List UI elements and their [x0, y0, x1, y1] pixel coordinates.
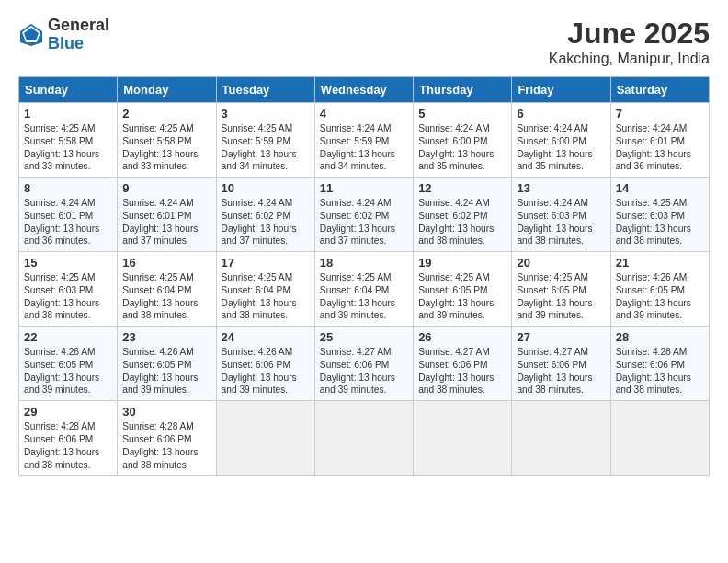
- logo-blue-text: Blue: [48, 35, 109, 53]
- header-friday: Friday: [512, 77, 610, 103]
- calendar-cell: 18Sunrise: 4:25 AMSunset: 6:04 PMDayligh…: [314, 252, 413, 327]
- calendar-cell: 29Sunrise: 4:28 AMSunset: 6:06 PMDayligh…: [19, 401, 118, 476]
- calendar-cell: 30Sunrise: 4:28 AMSunset: 6:06 PMDayligh…: [118, 401, 216, 476]
- day-info: Sunrise: 4:24 AMSunset: 6:01 PMDaylight:…: [616, 122, 704, 173]
- day-number: 19: [418, 256, 506, 270]
- calendar-cell: 16Sunrise: 4:25 AMSunset: 6:04 PMDayligh…: [118, 252, 216, 327]
- day-number: 21: [616, 256, 704, 270]
- day-info: Sunrise: 4:25 AMSunset: 6:05 PMDaylight:…: [517, 271, 605, 322]
- day-info: Sunrise: 4:26 AMSunset: 6:06 PMDaylight:…: [222, 346, 310, 396]
- calendar-cell: 4Sunrise: 4:24 AMSunset: 5:59 PMDaylight…: [314, 103, 413, 178]
- calendar-row-3: 22Sunrise: 4:26 AMSunset: 6:05 PMDayligh…: [19, 327, 710, 401]
- calendar-cell: 28Sunrise: 4:28 AMSunset: 6:06 PMDayligh…: [610, 327, 709, 401]
- calendar-cell: 27Sunrise: 4:27 AMSunset: 6:06 PMDayligh…: [512, 327, 610, 401]
- header-monday: Monday: [118, 77, 216, 103]
- day-number: 28: [616, 330, 704, 344]
- calendar-cell: 6Sunrise: 4:24 AMSunset: 6:00 PMDaylight…: [512, 103, 610, 178]
- day-number: 16: [122, 256, 210, 270]
- calendar-row-0: 1Sunrise: 4:25 AMSunset: 5:58 PMDaylight…: [19, 103, 710, 178]
- calendar-cell: 26Sunrise: 4:27 AMSunset: 6:06 PMDayligh…: [414, 327, 512, 401]
- day-info: Sunrise: 4:27 AMSunset: 6:06 PMDaylight:…: [418, 346, 506, 396]
- day-info: Sunrise: 4:26 AMSunset: 6:05 PMDaylight:…: [24, 346, 112, 396]
- calendar-cell: 5Sunrise: 4:24 AMSunset: 6:00 PMDaylight…: [414, 103, 512, 178]
- calendar-cell: 17Sunrise: 4:25 AMSunset: 6:04 PMDayligh…: [216, 252, 314, 327]
- header-row: Sunday Monday Tuesday Wednesday Thursday…: [19, 77, 710, 103]
- day-number: 30: [122, 405, 210, 419]
- day-info: Sunrise: 4:24 AMSunset: 6:00 PMDaylight:…: [418, 122, 506, 173]
- header-thursday: Thursday: [414, 77, 512, 103]
- calendar-cell: 12Sunrise: 4:24 AMSunset: 6:02 PMDayligh…: [414, 178, 512, 252]
- calendar-cell: 24Sunrise: 4:26 AMSunset: 6:06 PMDayligh…: [216, 327, 314, 401]
- calendar-row-4: 29Sunrise: 4:28 AMSunset: 6:06 PMDayligh…: [19, 401, 710, 476]
- day-number: 6: [517, 107, 605, 121]
- day-number: 22: [24, 330, 112, 344]
- calendar-cell: 20Sunrise: 4:25 AMSunset: 6:05 PMDayligh…: [512, 252, 610, 327]
- calendar-cell: [216, 401, 314, 476]
- calendar-cell: 19Sunrise: 4:25 AMSunset: 6:05 PMDayligh…: [414, 252, 512, 327]
- day-number: 23: [122, 330, 210, 344]
- calendar-table: Sunday Monday Tuesday Wednesday Thursday…: [18, 76, 710, 476]
- header-wednesday: Wednesday: [314, 77, 413, 103]
- day-info: Sunrise: 4:28 AMSunset: 6:06 PMDaylight:…: [122, 420, 210, 471]
- calendar-cell: 2Sunrise: 4:25 AMSunset: 5:58 PMDaylight…: [118, 103, 216, 178]
- day-number: 1: [24, 107, 112, 121]
- day-info: Sunrise: 4:24 AMSunset: 6:02 PMDaylight:…: [418, 197, 506, 247]
- day-info: Sunrise: 4:24 AMSunset: 6:02 PMDaylight:…: [320, 197, 408, 247]
- day-info: Sunrise: 4:28 AMSunset: 6:06 PMDaylight:…: [616, 346, 704, 396]
- calendar-cell: [610, 401, 709, 476]
- day-number: 2: [122, 107, 210, 121]
- day-info: Sunrise: 4:24 AMSunset: 6:00 PMDaylight:…: [517, 122, 605, 173]
- day-number: 29: [24, 405, 112, 419]
- day-info: Sunrise: 4:24 AMSunset: 6:02 PMDaylight:…: [222, 197, 310, 247]
- calendar-cell: 22Sunrise: 4:26 AMSunset: 6:05 PMDayligh…: [19, 327, 118, 401]
- day-number: 18: [320, 256, 408, 270]
- calendar-cell: 8Sunrise: 4:24 AMSunset: 6:01 PMDaylight…: [19, 178, 118, 252]
- calendar-cell: 7Sunrise: 4:24 AMSunset: 6:01 PMDaylight…: [610, 103, 709, 178]
- day-info: Sunrise: 4:27 AMSunset: 6:06 PMDaylight:…: [320, 346, 408, 396]
- day-info: Sunrise: 4:26 AMSunset: 6:05 PMDaylight:…: [122, 346, 210, 396]
- calendar-cell: 21Sunrise: 4:26 AMSunset: 6:05 PMDayligh…: [610, 252, 709, 327]
- day-number: 15: [24, 256, 112, 270]
- logo-icon: [18, 22, 44, 48]
- day-number: 7: [616, 107, 704, 121]
- day-info: Sunrise: 4:28 AMSunset: 6:06 PMDaylight:…: [24, 420, 112, 471]
- calendar-row-2: 15Sunrise: 4:25 AMSunset: 6:03 PMDayligh…: [19, 252, 710, 327]
- day-number: 3: [222, 107, 310, 121]
- day-info: Sunrise: 4:25 AMSunset: 6:04 PMDaylight:…: [222, 271, 310, 322]
- day-number: 9: [122, 181, 210, 195]
- calendar-cell: 25Sunrise: 4:27 AMSunset: 6:06 PMDayligh…: [314, 327, 413, 401]
- day-number: 12: [418, 181, 506, 195]
- day-info: Sunrise: 4:25 AMSunset: 5:59 PMDaylight:…: [222, 122, 310, 173]
- header-tuesday: Tuesday: [216, 77, 314, 103]
- calendar-cell: 3Sunrise: 4:25 AMSunset: 5:59 PMDaylight…: [216, 103, 314, 178]
- day-number: 4: [320, 107, 408, 121]
- calendar-cell: 13Sunrise: 4:24 AMSunset: 6:03 PMDayligh…: [512, 178, 610, 252]
- calendar-row-1: 8Sunrise: 4:24 AMSunset: 6:01 PMDaylight…: [19, 178, 710, 252]
- calendar-cell: 11Sunrise: 4:24 AMSunset: 6:02 PMDayligh…: [314, 178, 413, 252]
- day-info: Sunrise: 4:25 AMSunset: 6:03 PMDaylight:…: [616, 197, 704, 247]
- calendar-cell: 15Sunrise: 4:25 AMSunset: 6:03 PMDayligh…: [19, 252, 118, 327]
- calendar-cell: [414, 401, 512, 476]
- day-info: Sunrise: 4:24 AMSunset: 6:01 PMDaylight:…: [122, 197, 210, 247]
- day-number: 10: [222, 181, 310, 195]
- header-sunday: Sunday: [19, 77, 118, 103]
- day-number: 25: [320, 330, 408, 344]
- day-info: Sunrise: 4:25 AMSunset: 6:03 PMDaylight:…: [24, 271, 112, 322]
- day-info: Sunrise: 4:26 AMSunset: 6:05 PMDaylight:…: [616, 271, 704, 322]
- page-header: General Blue June 2025 Kakching, Manipur…: [9, 9, 719, 71]
- day-info: Sunrise: 4:24 AMSunset: 6:03 PMDaylight:…: [517, 197, 605, 247]
- header-saturday: Saturday: [610, 77, 709, 103]
- location-title: Kakching, Manipur, India: [549, 51, 710, 67]
- calendar-cell: 9Sunrise: 4:24 AMSunset: 6:01 PMDaylight…: [118, 178, 216, 252]
- day-number: 8: [24, 181, 112, 195]
- day-number: 13: [517, 181, 605, 195]
- calendar-cell: [512, 401, 610, 476]
- day-number: 26: [418, 330, 506, 344]
- logo-general-text: General: [48, 17, 109, 35]
- logo: General Blue: [18, 17, 109, 53]
- calendar-cell: 14Sunrise: 4:25 AMSunset: 6:03 PMDayligh…: [610, 178, 709, 252]
- calendar-cell: 1Sunrise: 4:25 AMSunset: 5:58 PMDaylight…: [19, 103, 118, 178]
- day-number: 27: [517, 330, 605, 344]
- day-number: 5: [418, 107, 506, 121]
- day-info: Sunrise: 4:25 AMSunset: 6:04 PMDaylight:…: [320, 271, 408, 322]
